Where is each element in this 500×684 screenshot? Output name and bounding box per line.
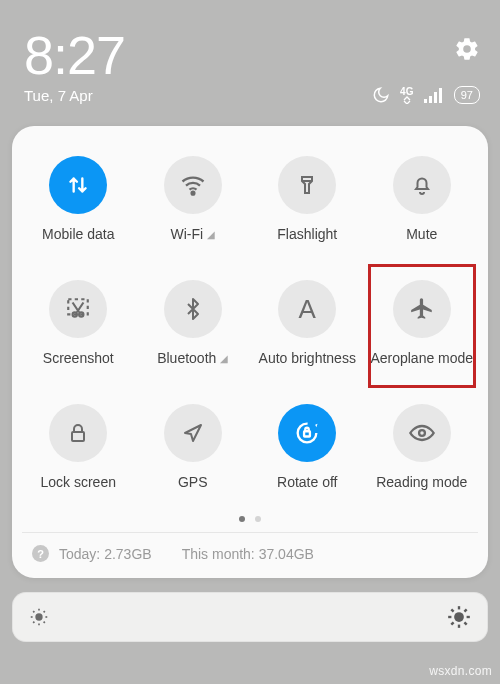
mobile-data-icon: [65, 172, 91, 198]
tile-bluetooth[interactable]: Bluetooth◢: [137, 272, 250, 390]
svg-point-21: [454, 612, 464, 622]
svg-line-18: [44, 622, 45, 623]
dnd-icon: [372, 86, 390, 104]
svg-line-17: [33, 611, 34, 612]
letter-a-icon: A: [299, 294, 316, 325]
svg-line-29: [464, 609, 466, 611]
svg-rect-1: [429, 96, 432, 103]
month-usage: This month: 37.04GB: [182, 546, 314, 562]
network-type: 4G: [400, 87, 414, 104]
location-arrow-icon: [181, 421, 205, 445]
status-row: Tue, 7 Apr 4G 97: [24, 86, 480, 104]
tile-aeroplane-mode[interactable]: Aeroplane mode: [366, 272, 479, 390]
svg-line-28: [451, 622, 453, 624]
brightness-high-icon: [446, 604, 472, 630]
chevron-icon: ◢: [220, 353, 228, 364]
scissors-icon: [65, 296, 91, 322]
tile-auto-brightness[interactable]: A Auto brightness: [251, 272, 364, 390]
tile-wifi[interactable]: Wi-Fi◢: [137, 148, 250, 266]
svg-point-4: [191, 192, 194, 195]
rotate-lock-icon: [293, 419, 321, 447]
status-date: Tue, 7 Apr: [24, 87, 93, 104]
tile-lock-screen[interactable]: Lock screen: [22, 396, 135, 514]
svg-line-19: [33, 622, 34, 623]
wifi-icon: [179, 171, 207, 199]
data-usage-row[interactable]: ? Today: 2.73GB This month: 37.04GB: [22, 532, 478, 564]
bluetooth-icon: [181, 297, 205, 321]
page-indicator: [22, 516, 478, 522]
battery-indicator: 97: [454, 86, 480, 104]
info-icon: ?: [32, 545, 49, 562]
settings-button[interactable]: [454, 36, 480, 62]
svg-line-26: [451, 609, 453, 611]
svg-point-12: [35, 613, 42, 620]
bell-icon: [410, 173, 434, 197]
tile-rotate-off[interactable]: Rotate off: [251, 396, 364, 514]
svg-rect-2: [434, 92, 437, 103]
status-icons-right: 4G 97: [372, 86, 480, 104]
brightness-slider[interactable]: [12, 592, 488, 642]
lock-icon: [66, 421, 90, 445]
tile-mute[interactable]: Mute: [366, 148, 479, 266]
brightness-low-icon: [28, 606, 50, 628]
page-dot-1: [239, 516, 245, 522]
svg-point-11: [419, 430, 425, 436]
eye-icon: [408, 419, 436, 447]
highlight-annotation: [368, 264, 477, 388]
quick-settings-panel: Mobile data Wi-Fi◢ Flashlight Mute Scree: [12, 126, 488, 578]
clock: 8:27: [24, 28, 480, 82]
chevron-icon: ◢: [207, 229, 215, 240]
svg-rect-0: [424, 99, 427, 103]
svg-line-27: [464, 622, 466, 624]
flashlight-icon: [295, 173, 319, 197]
watermark: wsxdn.com: [429, 664, 492, 678]
tile-gps[interactable]: GPS: [137, 396, 250, 514]
tile-reading-mode[interactable]: Reading mode: [366, 396, 479, 514]
tile-mobile-data[interactable]: Mobile data: [22, 148, 135, 266]
svg-point-9: [298, 424, 317, 443]
svg-rect-8: [72, 432, 84, 441]
signal-icon: [424, 87, 444, 103]
tile-screenshot[interactable]: Screenshot: [22, 272, 135, 390]
page-dot-2: [255, 516, 261, 522]
svg-line-20: [44, 611, 45, 612]
tile-grid: Mobile data Wi-Fi◢ Flashlight Mute Scree: [22, 148, 478, 514]
today-usage: Today: 2.73GB: [59, 546, 152, 562]
svg-rect-10: [304, 431, 310, 436]
status-bar: 8:27 Tue, 7 Apr 4G 97: [0, 0, 500, 112]
tile-flashlight[interactable]: Flashlight: [251, 148, 364, 266]
svg-rect-3: [439, 88, 442, 103]
